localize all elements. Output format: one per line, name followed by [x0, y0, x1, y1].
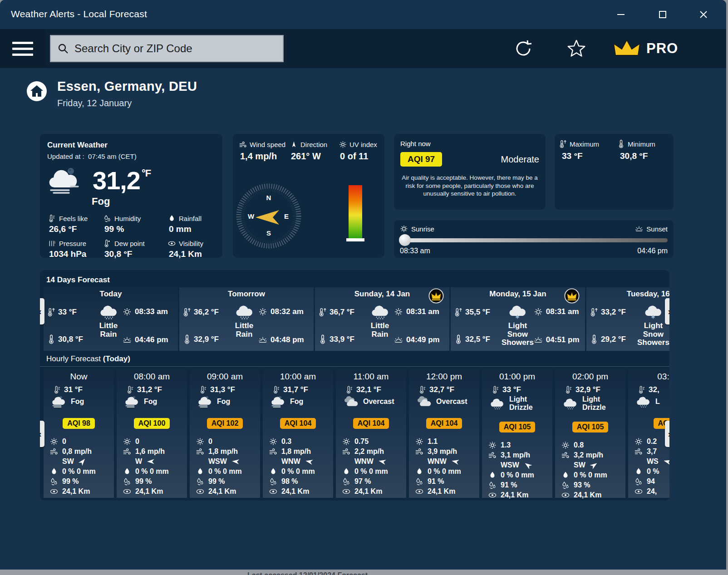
- uv-icon: [415, 437, 423, 446]
- metric-icon: [103, 240, 111, 247]
- high-temp: 36,7 °F: [330, 308, 354, 317]
- cloud-moon-fog-icon: [47, 167, 83, 195]
- hour-temp: 31 °F: [64, 385, 83, 394]
- day-sunrise-time: 08:31 am: [546, 307, 579, 316]
- refresh-button[interactable]: [505, 29, 541, 68]
- visibility-value: 24,: [647, 487, 657, 496]
- hour-forecast-item[interactable]: 12:00 pm 32,7 °F Overcast AQI 104 1.1 3,…: [409, 369, 479, 498]
- day-forecast-item[interactable]: Monday, 15 Jan 35,5 °F 32,5 °F Light Sno…: [451, 287, 585, 351]
- high-temp-icon: [319, 307, 327, 317]
- uv-index-value: 0 of 11: [339, 151, 378, 162]
- hourly-forecast-scope: (Today): [103, 354, 130, 363]
- minimum-icon: [617, 140, 625, 148]
- search-box[interactable]: [50, 35, 284, 62]
- metric-value: 99 %: [103, 224, 168, 234]
- day-forecast-item[interactable]: Tuesday, 16 Ja 33,2 °F 29,2 °F Light Sno…: [586, 287, 669, 351]
- hour-forecast-item[interactable]: 11:00 am 32,1 °F Overcast AQI 104 0.75 2…: [336, 369, 406, 498]
- condition-icon: [123, 395, 140, 408]
- wind-speed: 0,8 mp/h: [62, 447, 92, 456]
- day-forecast-item[interactable]: Today 33 °F 30,8 °F Little Rain 08:33 am: [44, 287, 178, 351]
- days-scroll-left-button[interactable]: ‹: [40, 298, 44, 324]
- wind-speed: 3,2 mp/h: [574, 451, 603, 459]
- hour-forecast-item[interactable]: Now 31 °F Fog AQI 98 0 0,8 mp/h SW 0 % 0…: [44, 369, 114, 498]
- day-sunset-time: 04:46 pm: [135, 335, 168, 344]
- location-name: Essen, Germany, DEU: [57, 79, 197, 94]
- day-forecast-item[interactable]: Sunday, 14 Jan 36,7 °F 33,9 °F Little Ra…: [315, 287, 449, 351]
- uv-icon: [342, 437, 350, 446]
- metric-label: Visibility: [179, 240, 203, 247]
- condition-label: Light Snow Showers: [502, 322, 534, 347]
- wind-direction-arrow-icon: [450, 457, 460, 466]
- maximize-button[interactable]: [648, 0, 677, 29]
- day-forecast-item[interactable]: Tomorrow 36,2 °F 32,9 °F Little Rain 08:…: [179, 287, 314, 351]
- title-bar: Weather Alerts - Local Forecast: [0, 0, 726, 29]
- aqi-badge: AQI 98: [63, 418, 95, 429]
- metric-value: 1034 hPa: [48, 249, 103, 259]
- hour-forecast-item[interactable]: 03: 32, L AQ 0.2 3,7 WS 0 % 94 24,: [628, 369, 669, 498]
- toolbar: PRO: [0, 29, 726, 68]
- favorites-button[interactable]: [558, 29, 595, 68]
- days-scroll-right-button[interactable]: ›: [665, 298, 669, 324]
- high-temp-icon: [590, 307, 598, 317]
- condition-icon: [488, 397, 506, 410]
- uv-icon: [123, 437, 131, 446]
- hour-temp: 31,3 °F: [210, 385, 235, 394]
- search-input[interactable]: [74, 42, 276, 55]
- hour-forecast-item[interactable]: 10:00 am 31,7 °F Fog AQI 104 0.3 1,8 mp/…: [263, 369, 333, 498]
- hour-forecast-item[interactable]: 02:00 pm 32,9 °F Light Drizzle AQI 105 0…: [555, 369, 625, 498]
- visibility-value: 24,1 Km: [354, 487, 382, 496]
- rain-icon: [488, 471, 497, 479]
- condition-label: Little Rain: [230, 322, 258, 339]
- condition-icon: [369, 304, 390, 320]
- uv-icon: [561, 441, 570, 449]
- sun-progress-knob[interactable]: [399, 234, 411, 246]
- hours-scroll-right-button[interactable]: ›: [665, 421, 669, 447]
- close-button[interactable]: [689, 0, 718, 29]
- close-icon: [698, 10, 708, 20]
- metric-label: Dew point: [114, 240, 145, 247]
- current-metrics-grid: Feels like 26,6 °F Humidity 99 % Rainfal…: [47, 215, 215, 259]
- visibility-value: 24,1 Km: [574, 491, 601, 499]
- day-sunset-time: 04:51 pm: [546, 335, 580, 344]
- hour-temp: 32,7 °F: [429, 385, 454, 394]
- uv-value: 0.2: [647, 437, 657, 446]
- condition-icon: [50, 395, 67, 408]
- sunset-icon: [258, 335, 267, 344]
- hour-forecast-item[interactable]: 09:00 am 31,3 °F Fog AQI 102 0 1,8 mp/h …: [190, 369, 260, 498]
- pro-upgrade-button[interactable]: PRO: [613, 29, 678, 68]
- metric-label: Feels like: [59, 215, 88, 222]
- minimize-button[interactable]: [606, 0, 635, 29]
- day-name: Today: [44, 287, 178, 299]
- low-temp: 33,9 °F: [330, 335, 354, 344]
- hour-time: 01:00 pm: [482, 369, 552, 382]
- home-icon[interactable]: [26, 81, 47, 102]
- high-temp-icon: [183, 307, 191, 317]
- temperature-icon: [419, 385, 426, 394]
- hour-forecast-item[interactable]: 01:00 pm 33 °F Light Drizzle AQI 105 1.3…: [482, 369, 552, 498]
- hours-scroll-left-button[interactable]: ‹: [40, 421, 44, 447]
- hour-temp: 31,7 °F: [283, 385, 308, 394]
- current-temperature: 31,2: [93, 166, 140, 195]
- temperature-icon: [565, 385, 572, 394]
- aqi-badge: AQI 102: [207, 418, 243, 429]
- condition-label: Little Rain: [94, 322, 123, 339]
- wind-icon: [415, 447, 423, 456]
- metric-label: Humidity: [114, 215, 141, 222]
- sunset-icon: [534, 335, 543, 344]
- aqi-badge: AQI 104: [353, 418, 389, 429]
- hour-forecast-item[interactable]: 08:00 am 31,2 °F Fog AQI 100 0 1,6 mp/h …: [117, 369, 187, 498]
- wind-direction: WS: [647, 457, 659, 466]
- direction-value: 261° W: [290, 151, 339, 162]
- menu-button[interactable]: [0, 29, 45, 68]
- rain-icon: [269, 467, 277, 476]
- wind-icon: [196, 447, 204, 456]
- hour-time: 11:00 am: [336, 369, 406, 382]
- minimum-value: 30,8 °F: [617, 151, 669, 161]
- sunset-label: Sunset: [646, 225, 668, 233]
- metric-icon: [48, 215, 56, 222]
- sunrise-icon: [534, 307, 543, 316]
- wind-speed: 1,8 mp/h: [208, 447, 238, 456]
- uv-value: 0.75: [354, 437, 369, 446]
- uv-value: 0: [208, 437, 212, 446]
- rain-icon: [342, 467, 350, 476]
